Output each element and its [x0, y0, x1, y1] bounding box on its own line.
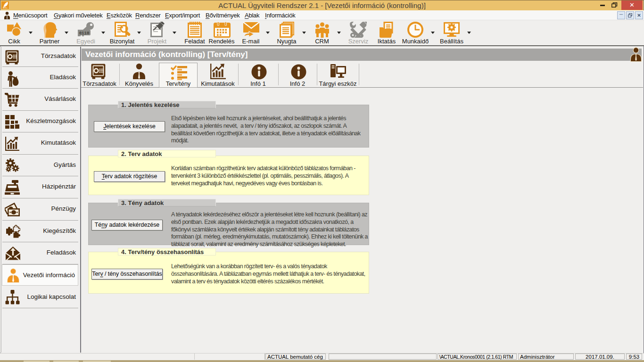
svg-text:0110: 0110 [79, 31, 90, 36]
